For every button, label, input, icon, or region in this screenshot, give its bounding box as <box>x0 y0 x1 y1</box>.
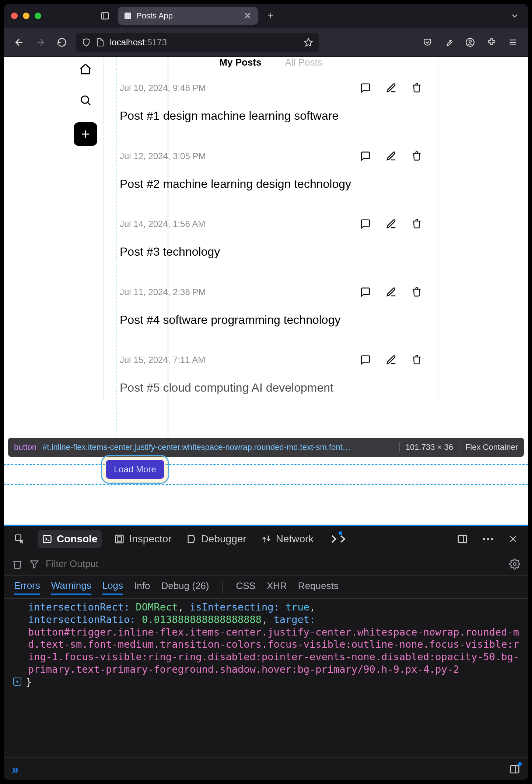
url-host: localhost <box>110 37 145 47</box>
traffic-lights <box>11 13 41 19</box>
inspector-tooltip: button #t.inline-flex.items-center.justi… <box>8 438 524 457</box>
cat-requests[interactable]: Requests <box>298 580 339 594</box>
cat-warnings[interactable]: Warnings <box>51 580 91 595</box>
close-window-button[interactable] <box>11 13 18 19</box>
tab-my-posts[interactable]: My Posts <box>219 57 261 68</box>
console-output[interactable]: intersectionRect: DOMRect, isIntersectin… <box>4 599 528 757</box>
tooltip-layout: Flex Container <box>459 442 518 452</box>
new-post-button[interactable] <box>74 122 97 146</box>
devtools-tab-label: Inspector <box>129 533 171 545</box>
console-filter-input[interactable] <box>46 558 503 570</box>
clear-console-button[interactable] <box>12 559 23 570</box>
reload-button[interactable] <box>55 35 69 50</box>
post-date: Jul 12, 2024, 3:05 PM <box>120 151 360 161</box>
devtools-footer: » <box>4 757 528 780</box>
devtools-tab-label: Console <box>57 533 97 545</box>
zoom-window-button[interactable] <box>35 13 41 19</box>
page-content: My Posts All Posts Jul 10, 2024, 9:48 PM… <box>4 57 528 525</box>
edit-icon[interactable] <box>386 287 397 298</box>
cat-css[interactable]: CSS <box>236 580 255 594</box>
cat-debug[interactable]: Debug (26) <box>161 580 209 594</box>
delete-icon[interactable] <box>412 287 422 298</box>
post-date: Jul 11, 2024, 2:36 PM <box>120 287 360 297</box>
devtools-dock-button[interactable] <box>455 531 470 547</box>
edit-icon[interactable] <box>386 354 397 365</box>
browser-tab[interactable]: Posts App ✕ <box>118 7 258 25</box>
delete-icon[interactable] <box>412 151 422 162</box>
comment-icon[interactable] <box>360 354 371 365</box>
url-bar[interactable]: localhost:5173 <box>76 33 319 52</box>
delete-icon[interactable] <box>412 83 422 94</box>
cat-info[interactable]: Info <box>134 580 150 594</box>
svg-rect-19 <box>116 535 123 543</box>
split-console-button[interactable] <box>509 764 520 775</box>
tab-all-posts[interactable]: All Posts <box>285 57 322 68</box>
devtools-pick-element-button[interactable] <box>12 531 27 547</box>
devtools-tab-network[interactable]: Network <box>259 530 316 548</box>
posts-feed: My Posts All Posts Jul 10, 2024, 9:48 PM… <box>103 57 438 400</box>
devtools-guide-line <box>4 464 528 465</box>
load-more-button[interactable]: Load More <box>106 460 164 479</box>
cat-errors[interactable]: Errors <box>14 580 40 595</box>
post-item: Jul 10, 2024, 9:48 PM Post #1 design mac… <box>104 72 438 140</box>
shield-icon[interactable] <box>82 38 91 47</box>
devtools-close-button[interactable] <box>506 531 520 547</box>
app-sidebar <box>70 57 101 146</box>
edit-icon[interactable] <box>386 218 397 230</box>
cat-logs[interactable]: Logs <box>102 580 123 595</box>
console-settings-button[interactable] <box>509 559 520 570</box>
svg-line-13 <box>88 102 90 105</box>
devtools-tab-debugger[interactable]: Debugger <box>184 530 249 548</box>
post-date: Jul 14, 2024, 1:56 AM <box>120 219 360 229</box>
devtools-menu-button[interactable] <box>480 535 496 543</box>
comment-icon[interactable] <box>360 287 371 298</box>
back-button[interactable] <box>12 35 27 50</box>
comment-icon[interactable] <box>360 83 371 94</box>
pocket-icon[interactable] <box>420 35 435 50</box>
tab-title: Posts App <box>136 11 239 21</box>
object-toggle-icon[interactable]: ▾ <box>13 678 21 686</box>
edit-icon[interactable] <box>386 83 397 94</box>
settings-wrench-icon[interactable] <box>441 35 456 50</box>
log-token: target: <box>274 614 316 625</box>
delete-icon[interactable] <box>412 354 422 365</box>
devtools-tabs-overflow[interactable] <box>326 531 350 547</box>
new-tab-button[interactable] <box>265 10 277 22</box>
comment-icon[interactable] <box>360 218 371 230</box>
comment-icon[interactable] <box>360 151 371 162</box>
console-drawer-toggle[interactable]: » <box>12 762 19 776</box>
close-tab-button[interactable]: ✕ <box>244 11 251 21</box>
window-titlebar: Posts App ✕ <box>4 4 528 28</box>
post-title: Post #2 machine learning design technolo… <box>120 176 422 192</box>
log-token: intersectionRatio: <box>28 614 136 625</box>
post-item: Jul 15, 2024, 7:11 AM Post #5 cloud comp… <box>104 344 438 400</box>
tooltip-dimensions: 101.733 × 36 <box>399 442 453 452</box>
svg-rect-0 <box>101 13 109 19</box>
post-title: Post #5 cloud computing AI development <box>120 380 422 396</box>
devtools-tab-console[interactable]: Console <box>38 530 102 548</box>
cat-xhr[interactable]: XHR <box>267 580 287 594</box>
tabs-overflow-button[interactable] <box>508 10 521 22</box>
devtools-tab-inspector[interactable]: Inspector <box>112 530 174 548</box>
category-divider <box>222 581 223 594</box>
bookmark-star-icon[interactable] <box>304 38 313 47</box>
account-icon[interactable] <box>463 35 477 50</box>
delete-icon[interactable] <box>412 218 422 230</box>
home-icon[interactable] <box>77 60 94 78</box>
site-info-icon[interactable] <box>96 38 105 47</box>
log-token: 0.013888888888888888 <box>142 614 262 625</box>
extensions-icon[interactable] <box>484 35 499 50</box>
log-brace: } <box>26 676 32 688</box>
svg-rect-23 <box>458 535 467 543</box>
sidebar-toggle-icon[interactable] <box>99 10 111 22</box>
edit-icon[interactable] <box>386 151 397 162</box>
menu-button[interactable] <box>505 35 520 50</box>
svg-point-31 <box>513 563 516 566</box>
forward-button[interactable] <box>33 35 48 50</box>
search-icon[interactable] <box>77 91 94 109</box>
post-item: Jul 11, 2024, 2:36 PM Post #4 software p… <box>104 276 438 344</box>
log-token: , <box>309 601 315 613</box>
log-target-selector[interactable]: button#trigger.inline-flex.items-center.… <box>28 626 525 676</box>
log-token: , <box>178 601 190 613</box>
minimize-window-button[interactable] <box>23 13 29 19</box>
